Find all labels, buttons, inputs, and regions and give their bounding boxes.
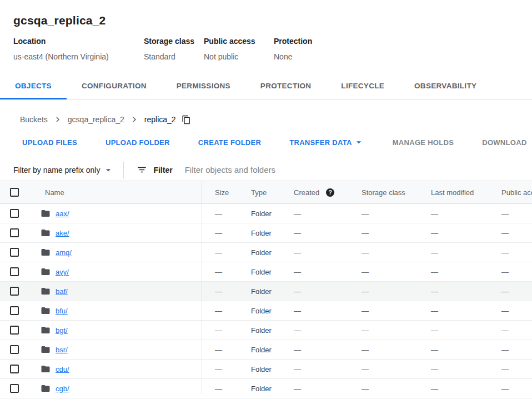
column-header-created: Created ?	[280, 188, 348, 197]
type-cell: Folder	[238, 346, 280, 354]
folder-icon	[41, 267, 51, 277]
transfer-data-button[interactable]: TRANSFER DATA	[289, 137, 364, 148]
size-cell: —	[202, 210, 238, 218]
size-cell: —	[202, 287, 238, 296]
folder-icon	[41, 228, 51, 238]
checkbox-cell	[0, 248, 31, 257]
folder-icon	[41, 345, 51, 355]
folder-icon	[41, 383, 51, 393]
name-cell: cdu/	[31, 364, 202, 374]
header-checkbox-cell	[0, 188, 31, 197]
table-row[interactable]: baf/ — Folder — — — —	[0, 282, 532, 301]
type-cell: Folder	[238, 365, 280, 373]
filter-objects-input[interactable]	[185, 165, 424, 174]
copy-icon[interactable]	[182, 115, 191, 124]
column-header-name: Name	[31, 188, 202, 197]
folder-link[interactable]: bfu/	[56, 307, 68, 315]
column-divider	[202, 181, 202, 395]
table-row[interactable]: bfu/ — Folder — — — —	[0, 301, 532, 321]
folder-icon	[41, 247, 51, 257]
folder-icon	[41, 208, 51, 218]
storage-class-cell: —	[348, 385, 418, 393]
breadcrumb-current-folder: replica_2	[144, 115, 176, 124]
checkbox-cell	[0, 345, 31, 354]
last-modified-cell: —	[418, 229, 488, 237]
row-checkbox[interactable]	[10, 384, 19, 393]
checkbox-cell	[0, 326, 31, 335]
tab-observability[interactable]: OBSERVABILITY	[399, 73, 491, 99]
folder-link[interactable]: baf/	[56, 287, 68, 296]
folder-link[interactable]: ayy/	[56, 268, 69, 276]
checkbox-cell	[0, 384, 31, 393]
public-access-cell: —	[488, 229, 532, 237]
folder-link[interactable]: amq/	[56, 248, 72, 257]
tab-lifecycle[interactable]: LIFECYCLE	[326, 73, 399, 99]
name-cell: bfu/	[31, 306, 202, 316]
table-row[interactable]: bsr/ — Folder — — — —	[0, 340, 532, 360]
tab-objects[interactable]: OBJECTS	[0, 73, 67, 99]
filter-bar: Filter by name prefix only Filter	[0, 151, 532, 181]
manage-holds-button[interactable]: MANAGE HOLDS	[393, 138, 454, 147]
public-access-cell: —	[488, 307, 532, 315]
meta-label: Public access	[204, 37, 274, 46]
table-row[interactable]: ayy/ — Folder — — — —	[0, 262, 532, 282]
created-cell: —	[280, 326, 348, 335]
type-cell: Folder	[238, 248, 280, 257]
row-checkbox[interactable]	[10, 345, 19, 354]
folder-link[interactable]: cdu/	[56, 365, 69, 373]
table-header-row: Name Size Type Created ? Storage class L…	[0, 181, 532, 204]
row-checkbox[interactable]	[10, 306, 19, 315]
upload-files-button[interactable]: UPLOAD FILES	[22, 138, 77, 147]
bucket-meta: Location us-east4 (Northern Virginia) St…	[13, 37, 532, 61]
checkbox-cell	[0, 287, 31, 296]
row-checkbox[interactable]	[10, 209, 19, 218]
size-cell: —	[202, 385, 238, 393]
filter-mode-dropdown[interactable]: Filter by name prefix only	[13, 164, 114, 176]
tab-permissions[interactable]: PERMISSIONS	[162, 73, 245, 99]
name-cell: baf/	[31, 286, 202, 296]
breadcrumb-buckets[interactable]: Buckets	[20, 115, 48, 124]
row-checkbox[interactable]	[10, 248, 19, 257]
created-label: Created	[294, 188, 319, 197]
tab-protection[interactable]: PROTECTION	[245, 73, 327, 99]
last-modified-cell: —	[418, 326, 488, 335]
meta-label: Storage class	[144, 37, 204, 46]
row-checkbox[interactable]	[10, 326, 19, 335]
bucket-details-page: gcsqa_replica_2 Location us-east4 (North…	[0, 0, 532, 409]
folder-icon	[41, 325, 51, 335]
filter-chip: Filter	[137, 164, 172, 175]
size-cell: —	[202, 229, 238, 237]
create-folder-button[interactable]: CREATE FOLDER	[198, 138, 261, 147]
row-checkbox[interactable]	[10, 228, 19, 237]
table-row[interactable]: cgb/ — Folder — — — —	[0, 379, 532, 398]
table-row[interactable]: aax/ — Folder — — — —	[0, 204, 532, 223]
name-cell: bgt/	[31, 325, 202, 335]
filter-mode-label: Filter by name prefix only	[13, 166, 100, 174]
folder-link[interactable]: cgb/	[56, 385, 69, 393]
folder-link[interactable]: bsr/	[56, 346, 68, 354]
folder-link[interactable]: ake/	[56, 229, 69, 237]
row-checkbox[interactable]	[10, 365, 19, 373]
download-button[interactable]: DOWNLOAD	[482, 138, 526, 147]
tab-configuration[interactable]: CONFIGURATION	[67, 73, 162, 99]
table-row[interactable]: bgt/ — Folder — — — —	[0, 321, 532, 340]
storage-class-cell: —	[348, 326, 418, 335]
folder-link[interactable]: aax/	[56, 210, 69, 218]
table-row[interactable]: ake/ — Folder — — — —	[0, 223, 532, 243]
upload-folder-button[interactable]: UPLOAD FOLDER	[106, 138, 170, 147]
chevron-right-icon	[53, 114, 63, 124]
table-row[interactable]: amq/ — Folder — — — —	[0, 243, 532, 262]
public-access-cell: —	[488, 287, 532, 296]
type-cell: Folder	[238, 210, 280, 218]
breadcrumb-bucket-name[interactable]: gcsqa_replica_2	[68, 115, 124, 124]
select-all-checkbox[interactable]	[10, 188, 19, 197]
meta-location: Location us-east4 (Northern Virginia)	[13, 37, 144, 61]
column-header-last-modified: Last modified	[418, 188, 488, 197]
help-icon[interactable]: ?	[326, 188, 334, 197]
storage-class-cell: —	[348, 346, 418, 354]
folder-link[interactable]: bgt/	[56, 326, 68, 335]
row-checkbox[interactable]	[10, 267, 19, 276]
row-checkbox[interactable]	[10, 287, 19, 296]
meta-protection: Protection None	[274, 37, 312, 61]
table-row[interactable]: cdu/ — Folder — — — —	[0, 360, 532, 379]
